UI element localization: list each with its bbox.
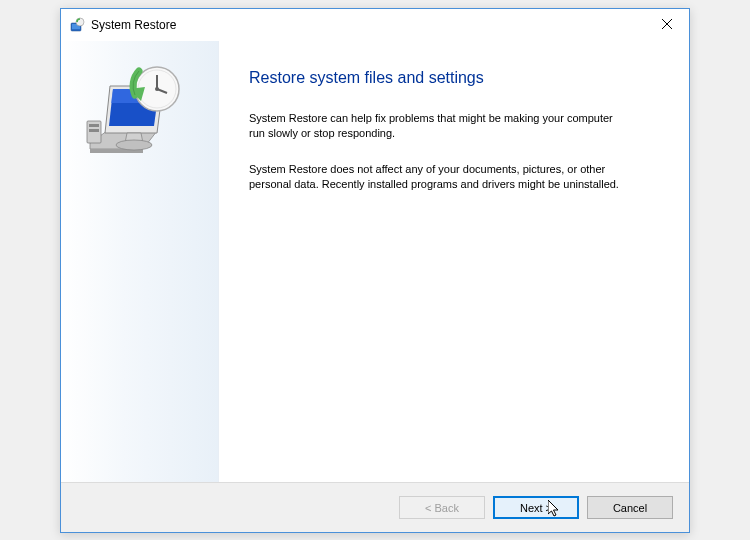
page-heading: Restore system files and settings [249, 69, 659, 87]
window-title: System Restore [91, 18, 176, 32]
system-restore-window: System Restore [60, 8, 690, 533]
next-button[interactable]: Next > [493, 496, 579, 519]
svg-point-12 [155, 87, 159, 91]
restore-graphic-icon [85, 61, 195, 171]
system-restore-icon [69, 17, 85, 33]
svg-point-7 [116, 140, 152, 150]
wizard-sidebar [61, 41, 219, 482]
svg-rect-5 [89, 124, 99, 127]
titlebar: System Restore [61, 9, 689, 41]
description-paragraph-1: System Restore can help fix problems tha… [249, 111, 629, 142]
cancel-button[interactable]: Cancel [587, 496, 673, 519]
wizard-footer: < Back Next > Cancel [61, 482, 689, 532]
svg-rect-6 [89, 129, 99, 132]
wizard-content: Restore system files and settings System… [219, 41, 689, 482]
wizard-body: Restore system files and settings System… [61, 41, 689, 482]
back-button: < Back [399, 496, 485, 519]
close-button[interactable] [644, 9, 689, 39]
description-paragraph-2: System Restore does not affect any of yo… [249, 162, 629, 193]
